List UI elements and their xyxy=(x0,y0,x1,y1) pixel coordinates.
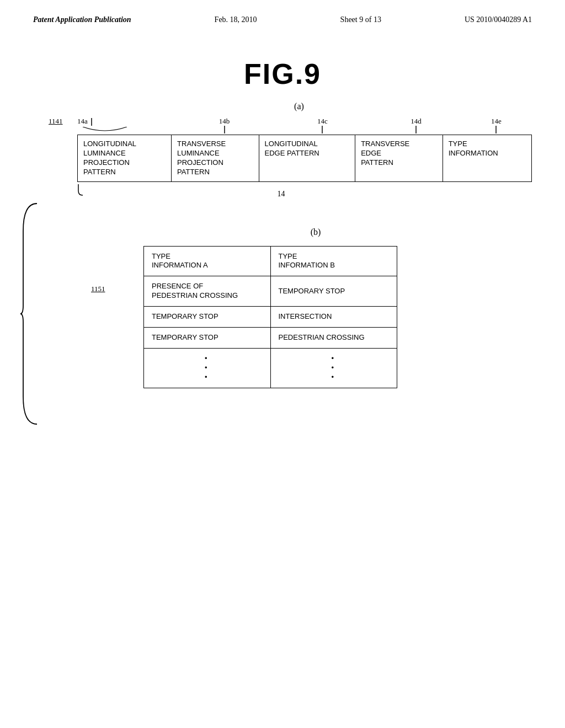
part-b-inner: 1151 TYPEINFORMATION A TYPEINFORMATION B… xyxy=(143,246,532,388)
col-label-14b: 14b xyxy=(175,117,274,133)
part-b-section: (b) 1151 TYPEINFORMATION A TYPEINFORMATI… xyxy=(33,227,532,388)
ref-1141: 1141 xyxy=(49,117,63,125)
table-b-cell-2b: INTERSECTION xyxy=(270,307,397,328)
table-a: LONGITUDINALLUMINANCEPROJECTIONPATTERN T… xyxy=(77,135,532,182)
table-b-cell-1a: PRESENCE OFPEDESTRIAN CROSSING xyxy=(144,276,271,307)
col-label-14c: 14c xyxy=(273,117,371,133)
table-b-row-dots: ••• ••• xyxy=(144,348,397,388)
table-b: TYPEINFORMATION A TYPEINFORMATION B PRES… xyxy=(143,246,397,388)
header-publication-label: Patent Application Publication xyxy=(33,15,131,24)
part-b-label: (b) xyxy=(99,227,532,237)
table-b-row-1: PRESENCE OFPEDESTRIAN CROSSING TEMPORARY… xyxy=(144,276,397,307)
col-label-14e: 14e xyxy=(461,117,532,133)
table-b-dots-a: ••• xyxy=(144,348,271,388)
table-b-cell-3a: TEMPORARY STOP xyxy=(144,328,271,349)
cell-14d: TRANSVERSEEDGEPATTERN xyxy=(355,135,443,182)
table-b-row-2: TEMPORARY STOP INTERSECTION xyxy=(144,307,397,328)
col-label-14a: 14a xyxy=(77,117,175,133)
cell-14b: TRANSVERSELUMINANCEPROJECTIONPATTERN xyxy=(172,135,259,182)
underbrace-14: 14 xyxy=(77,183,532,200)
table-b-cell-2a: TEMPORARY STOP xyxy=(144,307,271,328)
header-patent: US 2010/0040289 A1 xyxy=(465,15,532,24)
cell-14e: TYPEINFORMATION xyxy=(443,135,531,182)
main-content: (a) 1141 14a 14b 14c xyxy=(0,90,565,410)
ref-1151: 1151 xyxy=(91,285,105,293)
brace-label-14: 14 xyxy=(278,190,285,199)
col-label-14d: 14d xyxy=(371,117,461,133)
table-b-cell-3b: PEDESTRIAN CROSSING xyxy=(270,328,397,349)
table-b-header-col-a: TYPEINFORMATION A xyxy=(144,246,271,276)
table-b-cell-1b: TEMPORARY STOP xyxy=(270,276,397,307)
part-a-label: (a) xyxy=(66,101,532,111)
table-b-header-col-b: TYPEINFORMATION B xyxy=(270,246,397,276)
cell-14a: LONGITUDINALLUMINANCEPROJECTIONPATTERN xyxy=(78,135,172,182)
page-header: Patent Application Publication Feb. 18, … xyxy=(0,0,565,24)
header-date: Feb. 18, 2010 xyxy=(215,15,257,24)
table-b-row-3: TEMPORARY STOP PEDESTRIAN CROSSING xyxy=(144,328,397,349)
cell-14c: LONGITUDINALEDGE PATTERN xyxy=(259,135,355,182)
brace-1141-container: 1141 xyxy=(49,117,63,126)
header-sheet: Sheet 9 of 13 xyxy=(340,15,381,24)
table-a-row: LONGITUDINALLUMINANCEPROJECTIONPATTERN T… xyxy=(78,135,532,182)
figure-title: FIG.9 xyxy=(0,57,565,90)
table-b-header-row: TYPEINFORMATION A TYPEINFORMATION B xyxy=(144,246,397,276)
col-labels-row: 14a 14b 14c 14d 14e xyxy=(77,117,532,133)
part-a-area: 1141 14a 14b 14c xyxy=(77,117,532,200)
table-b-dots-b: ••• xyxy=(270,348,397,388)
